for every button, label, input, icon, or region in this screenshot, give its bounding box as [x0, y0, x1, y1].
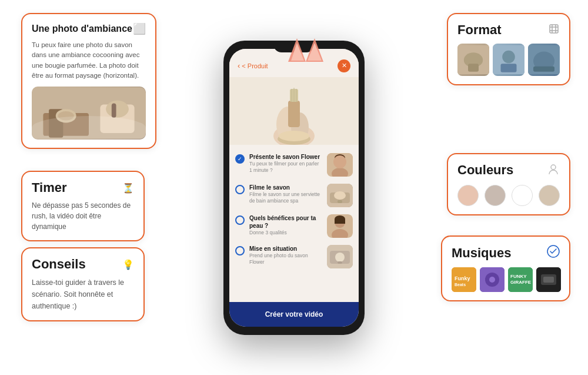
format-img-2 — [493, 44, 524, 76]
cat-ears-decoration — [282, 32, 329, 70]
svg-rect-15 — [468, 64, 479, 72]
svg-rect-7 — [112, 104, 116, 118]
frame-icon — [548, 23, 560, 37]
svg-text:GIRAFFE: GIRAFFE — [510, 280, 532, 285]
conseils-card: Conseils 💡 Laisse-toi guider à travers l… — [21, 247, 145, 321]
album-4[interactable] — [536, 267, 561, 292]
svg-point-58 — [334, 191, 346, 200]
step-radio-3[interactable] — [235, 215, 245, 225]
person-icon — [547, 162, 560, 178]
swatch-taupe[interactable] — [485, 185, 506, 206]
svg-point-29 — [489, 277, 495, 283]
svg-point-22 — [551, 165, 556, 170]
format-img-1 — [457, 44, 489, 76]
photo-ambiance-title: Une photo d'ambiance — [32, 24, 132, 34]
swatch-peach[interactable] — [457, 185, 479, 206]
svg-rect-35 — [543, 277, 554, 283]
phone-hero-image — [229, 77, 359, 145]
svg-rect-59 — [338, 200, 342, 203]
step-thumb-1 — [327, 153, 353, 177]
svg-text:Beats: Beats — [455, 283, 466, 287]
timer-desc: Ne dépasse pas 5 secondes de rush, la vi… — [32, 200, 134, 232]
svg-rect-44 — [288, 101, 300, 127]
step-item-2[interactable]: Filme le savon Filme le savon sur une se… — [229, 180, 359, 211]
svg-point-54 — [335, 154, 345, 161]
svg-rect-64 — [335, 219, 345, 224]
swatch-sand[interactable] — [539, 185, 560, 206]
step-text-3: Quels bénéfices pour ta peau ? Donne 3 q… — [249, 214, 322, 236]
svg-rect-55 — [335, 158, 345, 162]
svg-text:Funky: Funky — [455, 276, 470, 281]
step-radio-4[interactable] — [235, 246, 245, 255]
musiques-card: Musiques Funky Beats FU — [441, 235, 570, 301]
step-item-3[interactable]: Quels bénéfices pour ta peau ? Donne 3 q… — [229, 211, 359, 241]
check-circle-icon — [547, 245, 560, 261]
svg-point-52 — [335, 156, 345, 167]
phone-steps-list: Présente le savon Flower Tu peux te film… — [229, 145, 359, 302]
couleurs-title: Couleurs — [457, 162, 513, 178]
bath-scene-image — [32, 87, 146, 140]
format-card: Format — [447, 13, 570, 85]
lightbulb-icon: 💡 — [122, 259, 134, 270]
timer-card: Timer ⏳ Ne dépasse pas 5 secondes de rus… — [21, 171, 145, 241]
timer-title: Timer — [32, 180, 67, 195]
svg-text:FUNKY: FUNKY — [510, 274, 527, 279]
step-radio-1[interactable] — [235, 154, 245, 164]
photo-ambiance-desc: Tu peux faire une photo du savon dans un… — [32, 40, 146, 81]
photo-ambiance-card: Une photo d'ambiance ⬜ Tu peux faire une… — [21, 13, 156, 149]
step-thumb-4 — [327, 245, 353, 268]
svg-rect-8 — [550, 25, 558, 33]
svg-rect-68 — [338, 261, 342, 264]
couleurs-card: Couleurs — [447, 153, 570, 215]
step-thumb-2 — [327, 184, 353, 207]
step-text-1: Présente le savon Flower Tu peux te film… — [249, 153, 322, 174]
album-3[interactable]: FUNKY GIRAFFE — [508, 267, 533, 292]
hourglass-icon: ⏳ — [122, 182, 134, 194]
step-text-2: Filme le savon Filme le savon sur une se… — [249, 184, 322, 204]
musiques-title: Musiques — [452, 245, 511, 261]
conseils-desc: Laisse-toi guider à travers le scénario.… — [32, 277, 134, 312]
conseils-title: Conseils — [32, 257, 86, 272]
step-text-4: Mise en situation Prend une photo du sav… — [249, 245, 322, 266]
phone-cta-button[interactable]: Créer votre vidéo — [229, 302, 359, 327]
svg-rect-18 — [501, 64, 517, 72]
svg-point-17 — [502, 51, 515, 64]
swatch-white[interactable] — [512, 185, 533, 206]
svg-point-4 — [58, 111, 74, 121]
phone-screen: ‹ < Produit ✕ — [229, 49, 359, 327]
phone-close-button[interactable]: ✕ — [338, 59, 350, 72]
step-thumb-3 — [327, 214, 353, 238]
step-item-4[interactable]: Mise en situation Prend une photo du sav… — [229, 241, 359, 272]
color-swatches — [457, 185, 560, 206]
phone-back-button[interactable]: ‹ < Produit — [238, 61, 268, 70]
phone-mockup: ‹ < Produit ✕ — [223, 41, 365, 335]
svg-rect-21 — [533, 67, 554, 72]
svg-point-67 — [335, 253, 345, 262]
format-title: Format — [457, 22, 502, 38]
format-images — [457, 44, 560, 76]
svg-point-6 — [106, 101, 129, 118]
svg-point-50 — [279, 131, 309, 141]
album-2[interactable] — [480, 267, 505, 292]
album-1[interactable]: Funky Beats — [452, 267, 476, 292]
music-albums: Funky Beats FUNKY GIRAFFE — [452, 267, 560, 292]
step-item-1[interactable]: Présente le savon Flower Tu peux te film… — [229, 150, 359, 180]
step-radio-2[interactable] — [235, 185, 245, 194]
image-icon: ⬜ — [133, 22, 146, 35]
format-img-3 — [528, 44, 560, 76]
phone-outer: ‹ < Produit ✕ — [223, 41, 365, 335]
